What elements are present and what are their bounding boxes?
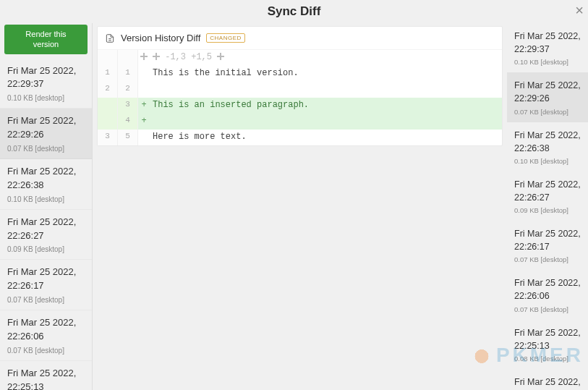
line-number-old: 2 [98,82,118,98]
version-date: Fri Mar 25 2022, 22:26:17 [514,227,582,253]
diff-panel: Version History Diff CHANGED -1,3 +1,5 1… [97,26,503,146]
version-date: Fri Mar 25 2022, 22:26:17 [7,266,85,293]
svg-rect-1 [143,53,145,60]
version-date: Fri Mar 25 2022, 22:25:13 [514,326,582,352]
line-number-old [98,98,118,114]
diff-row: 3+This is an inserted paragraph. [98,98,502,114]
version-date: Fri Mar 25 2022, 22:26:06 [514,276,582,302]
version-date: Fri Mar 25 2022, 22:26:38 [514,129,582,155]
version-item[interactable]: Fri Mar 25 2022, 22:29:260.07 KB [deskto… [0,109,92,159]
diff-marker: + [138,98,150,114]
version-date: Fri Mar 25 2022, 22:26:27 [514,178,582,204]
version-meta: 0.07 KB [desktop] [7,347,85,355]
file-icon [105,33,115,43]
version-date: Fri Mar 25 2022, 22:26:06 [7,316,85,344]
version-meta: 0.07 KB [desktop] [514,305,582,313]
version-item[interactable]: Fri Mar 25 2022, 22:26:380.10 KB [deskto… [0,159,92,210]
diff-row: 22 [98,82,502,98]
render-version-button[interactable]: Render thisversion [4,25,88,54]
version-item[interactable]: Fri Mar 25 2022, 22:26:380.10 KB [deskto… [507,122,588,171]
line-number-new: 1 [118,66,138,82]
version-item[interactable]: Fri Mar 25 2022, [507,369,588,390]
diff-marker: + [138,114,150,130]
diff-code: This is an inserted paragraph. [150,98,502,114]
version-item[interactable]: Fri Mar 25 2022, 22:25:130.08 KB [deskto… [507,320,588,369]
version-meta: 0.10 KB [desktop] [7,195,85,203]
close-icon[interactable]: × [575,3,584,17]
version-date: Fri Mar 25 2022, 22:26:27 [7,216,85,243]
version-item[interactable]: Fri Mar 25 2022, 22:25:130.08 KB [deskto… [0,361,92,390]
diff-code [150,114,502,130]
diff-title: Version History Diff [121,33,200,43]
version-date: Fri Mar 25 2022, 22:26:38 [7,165,85,192]
diff-marker [138,66,150,82]
main-layout: Render thisversion Fri Mar 25 2022, 22:2… [0,23,588,390]
version-date: Fri Mar 25 2022, 22:29:26 [514,79,582,105]
diff-code: Here is more text. [150,130,502,145]
version-meta: 0.07 KB [desktop] [7,296,85,304]
version-date: Fri Mar 25 2022, 22:29:37 [7,64,85,92]
version-item[interactable]: Fri Mar 25 2022, 22:29:370.10 KB [deskto… [507,23,588,72]
version-date: Fri Mar 25 2022, 22:29:26 [7,114,85,142]
svg-rect-5 [220,53,221,60]
line-number-old [98,50,118,66]
diff-body: -1,3 +1,5 11This is the initial version.… [98,50,502,145]
left-version-column: Render thisversion Fri Mar 25 2022, 22:2… [0,23,93,390]
version-item[interactable]: Fri Mar 25 2022, 22:26:270.09 KB [deskto… [0,210,92,260]
version-item[interactable]: Fri Mar 25 2022, 22:26:060.07 KB [deskto… [507,270,588,319]
diff-marker [138,130,150,145]
version-meta: 0.07 KB [desktop] [514,108,582,116]
diff-marker [138,82,150,98]
version-item[interactable]: Fri Mar 25 2022, 22:26:170.07 KB [deskto… [507,221,588,270]
version-date: Fri Mar 25 2022, 22:25:13 [7,367,85,390]
svg-rect-3 [155,53,157,60]
right-version-list[interactable]: Fri Mar 25 2022, 22:29:370.10 KB [deskto… [507,23,588,390]
version-meta: 0.08 KB [desktop] [514,355,582,363]
changed-badge: CHANGED [206,33,245,43]
diff-row: 35Here is more text. [98,130,502,145]
line-number-new: 5 [118,130,138,145]
version-meta: 0.10 KB [desktop] [514,58,582,66]
line-number-new: 4 [118,114,138,130]
dialog-header: Sync Diff × [0,0,588,23]
version-meta: 0.09 KB [desktop] [7,245,85,253]
left-version-list[interactable]: Fri Mar 25 2022, 22:29:370.10 KB [deskto… [0,59,92,390]
version-meta: 0.07 KB [desktop] [514,255,582,263]
line-number-old [98,114,118,130]
diff-marker [138,50,150,66]
line-number-old: 1 [98,66,118,82]
version-item[interactable]: Fri Mar 25 2022, 22:26:170.07 KB [deskto… [0,260,92,310]
diff-column: Version History Diff CHANGED -1,3 +1,5 1… [93,23,507,390]
version-meta: 0.10 KB [desktop] [514,157,582,165]
version-meta: 0.07 KB [desktop] [7,145,85,153]
dialog-title: Sync Diff [268,4,321,19]
version-meta: 0.10 KB [desktop] [7,94,85,102]
line-number-new [118,50,138,66]
version-item[interactable]: Fri Mar 25 2022, 22:29:370.10 KB [deskto… [0,59,92,109]
version-date: Fri Mar 25 2022, 22:29:37 [514,30,582,56]
diff-code: This is the initial version. [150,66,502,82]
line-number-old: 3 [98,130,118,145]
version-item[interactable]: Fri Mar 25 2022, 22:26:270.09 KB [deskto… [507,171,588,221]
line-number-new: 3 [118,98,138,114]
diff-header: Version History Diff CHANGED [98,27,502,50]
diff-row: 11This is the initial version. [98,66,502,82]
diff-code [150,82,502,98]
version-date: Fri Mar 25 2022, [514,376,582,389]
version-meta: 0.09 KB [desktop] [514,206,582,214]
diff-row: -1,3 +1,5 [98,50,502,66]
version-item[interactable]: Fri Mar 25 2022, 22:29:260.07 KB [deskto… [507,72,588,122]
line-number-new: 2 [118,82,138,98]
diff-row: 4+ [98,114,502,130]
version-item[interactable]: Fri Mar 25 2022, 22:26:060.07 KB [deskto… [0,310,92,361]
diff-code: -1,3 +1,5 [150,50,502,66]
